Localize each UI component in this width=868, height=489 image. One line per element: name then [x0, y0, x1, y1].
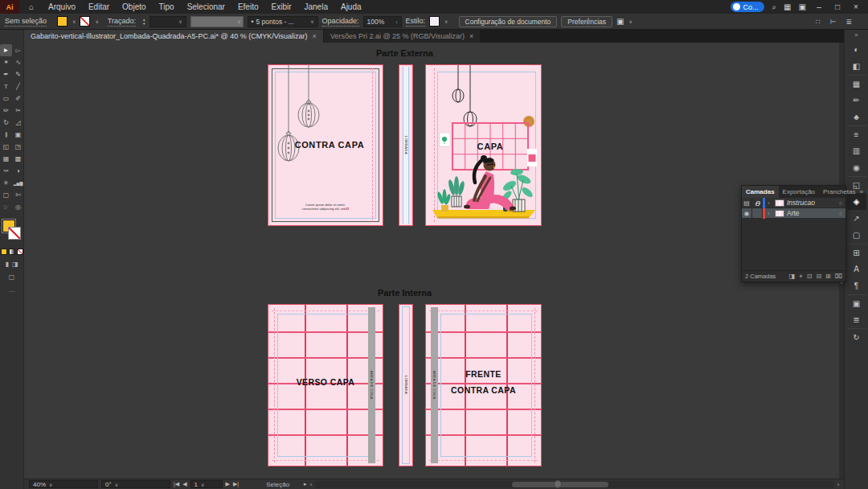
magic-wand-tool[interactable]: ✶ — [0, 56, 12, 68]
options-extra-icon[interactable]: ▣ — [616, 17, 624, 26]
options-extra-chevron[interactable]: ∨ — [628, 18, 632, 24]
template-visibility-icon[interactable]: ▤ — [742, 198, 752, 208]
expand-layer-icon[interactable]: › — [765, 211, 772, 216]
artboards-panel-icon[interactable]: ▢ — [847, 227, 866, 244]
rotation-combo[interactable]: 0°∨ — [101, 480, 170, 488]
transform-panel-icon[interactable]: ▣ — [847, 294, 866, 311]
expand-panels-icon[interactable]: » — [854, 31, 858, 41]
artboard-lombada-interna[interactable]: LOMBADA — [399, 304, 413, 466]
stroke-panel-icon[interactable]: ≡ — [847, 125, 866, 142]
document-tab-active[interactable]: Gabarito-vertical-Illustrator_Lombada-Qu… — [24, 30, 323, 43]
layer-thumbnail[interactable] — [775, 210, 784, 217]
slice-tool[interactable]: ✄ — [12, 189, 24, 201]
free-transform-tool[interactable]: ▣ — [12, 129, 24, 141]
home-icon[interactable]: ⌂ — [29, 2, 34, 11]
make-clip-mask-icon[interactable]: ⊡ — [807, 273, 813, 281]
stroke-weight-stepper[interactable]: ▴▾ — [143, 18, 145, 26]
tab-exportacao[interactable]: Exportação — [779, 186, 819, 198]
stroke-chevron-icon[interactable]: ∨ — [95, 18, 98, 24]
perspective-grid-tool[interactable]: ◳ — [12, 141, 24, 153]
previous-artboard-icon[interactable]: ◀ — [182, 481, 186, 487]
swatches-panel-icon[interactable]: ▦ — [847, 75, 866, 92]
close-tab-icon[interactable]: × — [313, 32, 317, 40]
expand-layer-icon[interactable]: › — [765, 200, 772, 206]
panel-list-icon[interactable]: ≣ — [845, 18, 852, 26]
menu-janela[interactable]: Janela — [298, 0, 334, 14]
new-layer-icon[interactable]: ⊞ — [825, 273, 831, 281]
selection-status[interactable]: Sem seleção — [5, 17, 47, 27]
fill-color-swatch[interactable] — [57, 16, 68, 27]
blend-tool[interactable]: ◑ — [12, 165, 24, 177]
preferences-button[interactable]: Preferências — [561, 16, 612, 27]
symbol-sprayer-tool[interactable]: ✳ — [0, 177, 12, 189]
menu-editar[interactable]: Editar — [82, 0, 116, 14]
document-tab-inactive[interactable]: Versões Pri 2.ai @ 25 % (RGB/Visualizar)… — [323, 30, 480, 43]
menu-objeto[interactable]: Objeto — [116, 0, 152, 14]
status-flyout-icon[interactable]: ▸ — [304, 481, 307, 487]
shape-builder-tool[interactable]: ◱ — [0, 141, 12, 153]
scroll-right-icon[interactable]: › — [837, 482, 839, 487]
locate-object-icon[interactable]: ⌖ — [799, 273, 803, 281]
delete-layer-icon[interactable]: ⌧ — [835, 273, 842, 281]
stroke-color-swatch[interactable] — [80, 16, 90, 27]
layer-row-instrucao[interactable]: ▤ › Instrucao ○ — [742, 198, 845, 208]
opacity-label[interactable]: Opacidade: — [322, 17, 359, 27]
horizontal-scrollbar[interactable] — [315, 481, 834, 488]
align-panel-icon[interactable]: ≣ — [847, 311, 866, 328]
menu-efeito[interactable]: Efeito — [231, 0, 265, 14]
width-tool[interactable]: ≬ — [0, 129, 12, 141]
asset-export-panel-icon[interactable]: ⊞ — [847, 244, 866, 261]
snap-options-icon[interactable]: ⊢ — [830, 18, 837, 26]
scissors-tool[interactable]: ✂ — [12, 105, 24, 117]
scroll-left-icon[interactable]: ‹ — [310, 482, 312, 487]
close-tab-icon[interactable]: × — [469, 32, 473, 40]
stroke-weight-label[interactable]: Traçado: — [108, 17, 136, 27]
layer-name[interactable]: Instrucao — [787, 199, 839, 207]
layer-row-arte[interactable]: ◉ › Arte ○ — [742, 208, 845, 219]
step-down-icon[interactable]: ▾ — [143, 22, 145, 26]
appearance-panel-icon[interactable]: ◉ — [847, 159, 866, 176]
canvas[interactable]: Parte Externa CONTRA CAPA Lorem — [24, 43, 844, 479]
brush-definition-combo[interactable]: •5 pontos - ...∨ — [248, 16, 318, 27]
artboard-contra-capa[interactable]: CONTRA CAPA Lorem ipsum dolor sit amet, … — [268, 64, 383, 226]
selection-tool[interactable]: ► — [0, 44, 12, 56]
scale-tool[interactable]: ◿ — [12, 117, 24, 129]
tab-overflow-icon[interactable]: » — [860, 188, 863, 195]
line-segment-tool[interactable]: ╱ — [12, 80, 24, 92]
menu-ajuda[interactable]: Ajuda — [334, 0, 368, 14]
symbols-panel-icon[interactable]: ♣ — [847, 109, 866, 125]
first-artboard-icon[interactable]: |◀ — [174, 481, 179, 487]
layer-name[interactable]: Arte — [787, 209, 839, 217]
menu-arquivo[interactable]: Arquivo — [42, 0, 82, 14]
direct-selection-tool[interactable]: ▻ — [12, 44, 24, 56]
minimize-button[interactable]: – — [813, 2, 825, 11]
lock-toggle[interactable] — [752, 208, 763, 219]
new-sublayer-icon[interactable]: ⊟ — [816, 273, 821, 281]
column-graph-tool[interactable]: ▂▅▇ — [12, 177, 24, 189]
export-panel-icon[interactable]: ↗ — [847, 210, 866, 227]
search-icon[interactable]: ⌕ — [772, 2, 776, 12]
mesh-tool[interactable]: ▦ — [0, 153, 12, 165]
stroke-weight-combo[interactable]: ∨ — [149, 16, 186, 27]
visibility-eye-icon[interactable]: ◉ — [742, 208, 752, 219]
character-panel-icon[interactable]: A — [847, 261, 866, 277]
style-swatch[interactable] — [429, 16, 440, 27]
hand-tool[interactable]: ☞ — [0, 201, 12, 213]
shaper-tool[interactable]: ✏ — [0, 105, 12, 117]
variable-width-profile[interactable]: ∨ — [190, 16, 244, 27]
color-button[interactable] — [1, 249, 7, 255]
color-panel-icon[interactable]: ◐ — [847, 41, 866, 58]
opacity-combo[interactable]: 100%› — [363, 16, 402, 27]
paragraph-panel-icon[interactable]: ¶ — [847, 277, 866, 294]
next-artboard-icon[interactable]: ▶ — [226, 481, 230, 487]
stroke-swatch[interactable] — [8, 227, 21, 240]
artboard-number-combo[interactable]: 1∨ — [190, 480, 223, 488]
touch-workspace-icon[interactable]: ∷ — [816, 18, 821, 26]
artboard-lombada-externa[interactable]: LOMBADA — [399, 64, 413, 226]
pen-tool[interactable]: ✒ — [0, 68, 12, 80]
last-artboard-icon[interactable]: ▶| — [233, 481, 239, 487]
rectangle-tool[interactable]: ▭ — [0, 92, 12, 105]
gradient-button[interactable] — [9, 249, 15, 255]
artboard-verso-capa[interactable]: ÁREA DE COLA VERSO CAPA — [268, 304, 383, 466]
gradient-panel-icon[interactable]: ◧ — [847, 58, 866, 75]
